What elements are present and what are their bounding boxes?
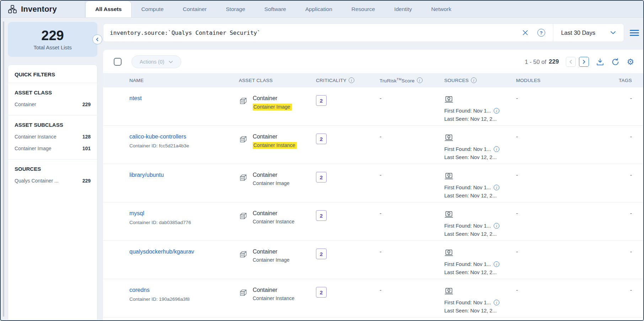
asset-name-link[interactable]: calico-kube-controllers — [129, 134, 239, 140]
first-found-value: First Found: Nov 1... — [444, 146, 491, 152]
page-title: Inventory — [21, 5, 57, 14]
filter-label: Qualys Container ... — [15, 178, 59, 184]
info-icon[interactable] — [494, 146, 499, 152]
column-header-sources[interactable]: SOURCES — [444, 77, 516, 83]
filter-section-asset-class: ASSET CLASS Container 229 — [8, 83, 97, 115]
clear-search-icon[interactable] — [522, 29, 529, 36]
column-header-name[interactable]: NAME — [129, 78, 239, 83]
container-cube-icon — [239, 288, 248, 301]
asset-name-link[interactable]: library/ubuntu — [129, 172, 239, 178]
asset-table-card: Actions (0) 1 - 50 of 229 — [103, 50, 643, 320]
column-header-criticality[interactable]: CRITICALITY — [316, 77, 380, 83]
chevron-down-icon — [610, 31, 616, 34]
first-found-value: First Found: Nov 1... — [444, 185, 491, 190]
info-icon[interactable] — [349, 77, 354, 83]
asset-name-link[interactable]: qualysdockerhub/kgaurav — [129, 249, 239, 255]
info-icon[interactable] — [494, 261, 499, 267]
info-icon[interactable] — [494, 185, 499, 190]
chevron-left-icon — [569, 60, 573, 64]
asset-class-value: Container — [253, 287, 295, 293]
container-security-source-icon — [444, 210, 516, 219]
last-seen-value: Last Seen: Nov 12, 2... — [444, 231, 497, 237]
asset-name-link[interactable]: mysql — [129, 210, 239, 217]
filter-item-qualys-container[interactable]: Qualys Container ... 229 — [15, 178, 91, 184]
column-header-asset-class[interactable]: ASSET CLASS — [239, 78, 316, 83]
last-seen-value: Last Seen: Nov 12, 2... — [444, 308, 497, 314]
table-row: mysql Container ID: dab0385ad776 Contain… — [103, 202, 643, 241]
refresh-icon[interactable] — [611, 58, 619, 66]
filter-section-sources: SOURCES Qualys Container ... 229 — [8, 159, 97, 191]
tab-resource[interactable]: Resource — [342, 1, 385, 17]
last-seen-value: Last Seen: Nov 12, 2... — [444, 193, 497, 198]
criticality-badge: 2 — [316, 210, 327, 221]
filter-item-container-instance[interactable]: Container Instance 128 — [15, 134, 91, 140]
asset-subclass: Container Instance — [253, 295, 295, 301]
content-area: 229 Total Asset Lists QUICK FILTERS ASSE… — [1, 18, 643, 320]
table-row: ntest Container Container Image 2 - — [103, 87, 643, 126]
tab-all-assets[interactable]: All Assets — [85, 1, 132, 17]
info-icon[interactable] — [494, 108, 499, 114]
asset-subclass: Container Image — [253, 180, 290, 186]
filter-label: Container Instance — [15, 134, 57, 140]
table-row: library/ubuntu Container Container Image… — [103, 164, 643, 202]
settings-gear-icon[interactable] — [627, 58, 634, 66]
table-row: qualysdockerhub/kgaurav Container Contai… — [103, 241, 643, 279]
asset-name-link[interactable]: ntest — [129, 95, 239, 102]
first-found-value: First Found: Nov 1... — [444, 223, 491, 229]
tab-identity[interactable]: Identity — [385, 1, 422, 17]
column-header-trurisk-score[interactable]: TruRiskTMScore — [380, 77, 444, 83]
actions-button[interactable]: Actions (0) — [132, 55, 181, 68]
menu-icon[interactable] — [630, 28, 639, 37]
main-panel: inventory.source:`Qualys Container Secur… — [103, 18, 643, 320]
quick-filters-panel: QUICK FILTERS ASSET CLASS Container 229 … — [8, 65, 97, 320]
filter-item-container[interactable]: Container 229 — [15, 102, 91, 107]
filter-item-container-image[interactable]: Container Image 101 — [15, 146, 91, 151]
column-header-tags[interactable]: TAGS — [601, 78, 643, 83]
tab-application[interactable]: Application — [296, 1, 342, 17]
asset-name-link[interactable]: coredns — [129, 287, 239, 293]
tab-container[interactable]: Container — [173, 1, 216, 17]
table-row: coredns Container ID: 190a2696a3f8 Conta… — [103, 279, 643, 317]
search-bar[interactable]: inventory.source:`Qualys Container Secur… — [103, 23, 624, 42]
time-range-select[interactable]: Last 30 Days — [553, 29, 624, 36]
container-cube-icon — [239, 135, 248, 149]
filter-count: 229 — [82, 102, 91, 107]
tab-storage[interactable]: Storage — [216, 1, 255, 17]
info-icon[interactable] — [494, 300, 499, 305]
filter-section-title: ASSET CLASS — [15, 89, 91, 96]
tab-network[interactable]: Network — [422, 1, 461, 17]
asset-subclass: Container Instance — [253, 219, 295, 224]
filter-section-title: ASSET SUBCLASS — [15, 122, 91, 128]
container-security-source-icon — [444, 172, 516, 181]
download-icon[interactable] — [596, 58, 604, 66]
column-header-modules[interactable]: MODULES — [516, 78, 601, 83]
criticality-badge: 2 — [316, 134, 327, 144]
info-icon[interactable] — [471, 77, 477, 83]
total-asset-count: 229 — [41, 28, 64, 43]
trurisk-value: - — [380, 134, 381, 140]
asset-subclass: Container Instance — [253, 142, 297, 149]
info-icon[interactable] — [417, 77, 423, 83]
container-id: Container ID: fcc5d21a4b3e — [129, 143, 239, 148]
table-body: ntest Container Container Image 2 - — [103, 87, 643, 320]
top-bar: Inventory All Assets Compute Container S… — [1, 1, 643, 18]
tab-compute[interactable]: Compute — [132, 1, 173, 17]
search-help-icon[interactable] — [537, 29, 545, 37]
previous-page-button[interactable] — [566, 57, 576, 67]
sidebar-collapse-button[interactable] — [92, 34, 102, 44]
container-cube-icon — [239, 96, 248, 110]
filter-count: 101 — [82, 146, 91, 151]
container-security-source-icon — [444, 134, 516, 143]
filter-count: 229 — [82, 178, 91, 184]
tab-software[interactable]: Software — [255, 1, 296, 17]
container-cube-icon — [239, 173, 248, 186]
select-all-checkbox[interactable] — [114, 58, 122, 66]
last-seen-value: Last Seen: Nov 12, 2... — [444, 154, 497, 160]
table-toolbar: Actions (0) 1 - 50 of 229 — [103, 50, 643, 73]
left-scrollbar[interactable] — [3, 21, 4, 317]
next-page-button[interactable] — [579, 57, 589, 67]
filter-label: Container Image — [15, 146, 52, 151]
filter-count: 128 — [82, 134, 91, 140]
search-input[interactable]: inventory.source:`Qualys Container Secur… — [110, 29, 517, 36]
info-icon[interactable] — [494, 223, 499, 229]
